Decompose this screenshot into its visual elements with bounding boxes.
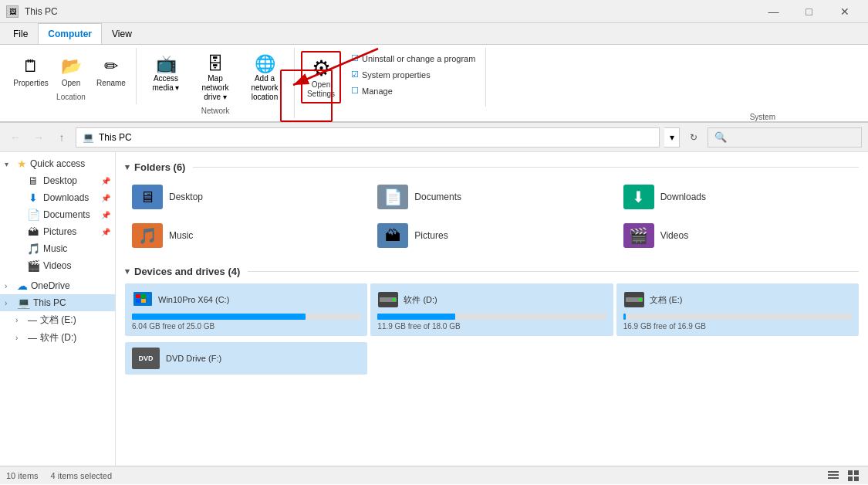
uninstall-button[interactable]: ☑ Uninstall or change a program (347, 51, 479, 66)
properties-icon: 🗒 (19, 54, 43, 79)
sidebar: ▾ ★ Quick access 🖥 Desktop 📌 ⬇ Downloads… (0, 152, 116, 466)
ribbon-group-network: 📺 Accessmedia ▾ 🗄 Map networkdrive ▾ 🌐 A… (137, 48, 295, 118)
open-settings-label: OpenSettings (307, 80, 335, 99)
back-button[interactable]: ← (6, 128, 25, 147)
tab-file[interactable]: File (3, 23, 38, 44)
uninstall-check: ☑ (351, 53, 359, 63)
app-icon: 🖼 (6, 5, 19, 18)
rename-icon: ✏ (99, 54, 123, 79)
folder-item-videos[interactable]: 🎬 Videos (616, 218, 859, 253)
sidebar-item-doc-e[interactable]: › — 文档 (E:) (0, 311, 115, 329)
folders-grid: 🖥 Desktop 📄 Documents ⬇ Downloads (125, 179, 859, 253)
drive-c-name: Win10Pro X64 (C:) (158, 295, 229, 304)
downloads-icon: ⬇ (26, 192, 40, 204)
rename-button[interactable]: ✏ Rename (93, 51, 130, 91)
ribbon-location-label: Location (56, 93, 86, 101)
this-pc-expand: › (5, 299, 14, 307)
sidebar-item-videos[interactable]: 🎬 Videos (22, 257, 115, 274)
soft-d-icon: — (28, 333, 37, 344)
drives-divider (248, 271, 859, 272)
drives-section-label: Devices and drives (4) (134, 266, 240, 277)
quick-access-expand: ▾ (5, 160, 14, 168)
drive-item-d[interactable]: 软件 (D:) 11.9 GB free of 18.0 GB (370, 283, 613, 336)
folder-item-desktop[interactable]: 🖥 Desktop (125, 179, 367, 215)
onedrive-icon: ☁ (17, 280, 28, 292)
ribbon-location-items: 🗒 Properties 📂 Open ✏ Rename (12, 51, 130, 91)
soft-d-expand: › (15, 334, 25, 342)
tab-computer[interactable]: Computer (38, 23, 102, 44)
desktop-folder-icon: 🖥 (132, 185, 163, 209)
open-settings-icon: ⚙ (309, 56, 333, 80)
search-box[interactable]: 🔍 (708, 127, 862, 148)
window-title: This PC (25, 6, 58, 17)
folder-item-music[interactable]: 🎵 Music (125, 218, 367, 253)
pictures-pin-icon: 📌 (101, 228, 110, 236)
drive-item-f[interactable]: DVD DVD Drive (F:) (125, 342, 367, 375)
drives-section-header[interactable]: ▾ Devices and drives (4) (125, 266, 859, 277)
svg-rect-19 (854, 477, 859, 481)
music-label: Music (43, 243, 110, 254)
documents-label: Documents (43, 209, 96, 220)
open-settings-button[interactable]: ⚙ OpenSettings (301, 51, 341, 103)
sidebar-item-soft-d[interactable]: › — 软件 (D:) (0, 329, 115, 347)
drive-e-bar (623, 314, 626, 320)
onedrive-label: OneDrive (31, 280, 110, 291)
up-button[interactable]: ↑ (52, 128, 71, 147)
maximize-button[interactable]: □ (792, 0, 826, 23)
add-network-location-button[interactable]: 🌐 Add a networklocation (241, 51, 288, 105)
sidebar-item-downloads[interactable]: ⬇ Downloads 📌 (22, 189, 115, 206)
dvd-label: DVD Drive (F:) (166, 354, 221, 363)
drive-d-header: 软件 (D:) (377, 289, 606, 310)
sidebar-quick-access[interactable]: ▾ ★ Quick access (0, 155, 115, 172)
dvd-row: DVD DVD Drive (F:) (125, 342, 859, 375)
address-bar: ← → ↑ 💻 This PC ▾ ↻ 🔍 (0, 123, 868, 152)
drive-item-e[interactable]: 文档 (E:) 16.9 GB free of 16.9 GB (616, 283, 859, 336)
desktop-folder-label: Desktop (169, 192, 203, 202)
refresh-button[interactable]: ↻ (684, 128, 703, 147)
ribbon-network-label: Network (201, 107, 230, 115)
sidebar-item-pictures[interactable]: 🏔 Pictures 📌 (22, 223, 115, 240)
folder-item-pictures[interactable]: 🏔 Pictures (370, 218, 613, 253)
svg-point-9 (393, 298, 396, 301)
status-right (825, 467, 862, 484)
system-properties-button[interactable]: ☑ System properties (347, 67, 479, 82)
sidebar-item-this-pc[interactable]: › 💻 This PC (0, 294, 115, 311)
folder-item-downloads[interactable]: ⬇ Downloads (616, 179, 859, 215)
ribbon-group-location: 🗒 Properties 📂 Open ✏ Rename Location (6, 48, 137, 104)
downloads-folder-label: Downloads (660, 192, 706, 202)
downloads-pin-icon: 📌 (101, 194, 110, 202)
open-button[interactable]: 📂 Open (52, 51, 90, 91)
sidebar-item-desktop[interactable]: 🖥 Desktop 📌 (22, 172, 115, 189)
drives-chevron-icon: ▾ (125, 266, 130, 276)
status-items: 10 items (6, 471, 39, 480)
address-path[interactable]: 💻 This PC (76, 127, 660, 148)
manage-check: ☐ (351, 86, 359, 96)
folder-item-documents[interactable]: 📄 Documents (370, 179, 613, 215)
forward-button[interactable]: → (29, 128, 48, 147)
drive-item-c[interactable]: Win10Pro X64 (C:) 6.04 GB free of 25.0 G… (125, 283, 367, 336)
sidebar-item-music[interactable]: 🎵 Music (22, 240, 115, 257)
onedrive-expand: › (5, 282, 14, 290)
pictures-folder-icon: 🏔 (377, 223, 408, 248)
documents-pin-icon: 📌 (101, 211, 110, 219)
music-icon: 🎵 (26, 242, 40, 255)
minimize-button[interactable]: — (756, 0, 791, 23)
sidebar-item-documents[interactable]: 📄 Documents 📌 (22, 206, 115, 223)
properties-button[interactable]: 🗒 Properties (12, 51, 49, 91)
this-pc-label: This PC (33, 297, 110, 308)
address-dropdown-button[interactable]: ▾ (664, 127, 680, 148)
sidebar-item-onedrive[interactable]: › ☁ OneDrive (0, 277, 115, 294)
details-view-button[interactable] (825, 467, 842, 484)
large-icons-view-button[interactable] (845, 467, 862, 484)
map-network-drive-button[interactable]: 🗄 Map networkdrive ▾ (192, 51, 238, 105)
close-button[interactable]: ✕ (827, 0, 862, 23)
tab-view[interactable]: View (102, 23, 142, 44)
folders-section-header[interactable]: ▾ Folders (6) (125, 161, 859, 173)
pictures-icon: 🏔 (26, 226, 40, 238)
manage-button[interactable]: ☐ Manage (347, 83, 479, 98)
soft-d-label: 软件 (D:) (40, 331, 110, 344)
access-media-button[interactable]: 📺 Accessmedia ▾ (143, 51, 189, 96)
rename-label: Rename (96, 79, 126, 88)
map-network-drive-label: Map networkdrive ▾ (195, 74, 235, 102)
music-folder-icon: 🎵 (132, 223, 163, 248)
